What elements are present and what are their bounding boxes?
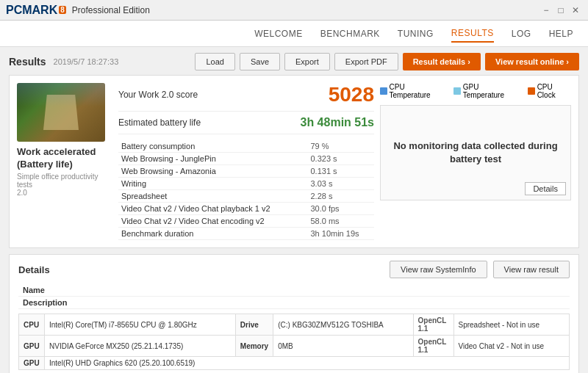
- name-label: Name: [18, 284, 72, 297]
- load-button[interactable]: Load: [195, 53, 234, 70]
- metric-label: Battery consumption: [118, 140, 307, 153]
- benchmark-version: 2.0: [17, 189, 112, 197]
- drive-value: (C:) KBG30ZMV512G TOSHIBA: [273, 314, 413, 336]
- metric-value: 3h 10min 19s: [307, 228, 374, 240]
- metric-row: Web Browsing - JunglePin0.323 s: [118, 153, 374, 165]
- results-date: 2019/5/7 18:27:33: [54, 57, 119, 66]
- minimize-button[interactable]: −: [539, 4, 553, 17]
- maximize-button[interactable]: □: [554, 4, 567, 17]
- battery-value: 3h 48min 51s: [301, 116, 375, 129]
- app-title: Professional Edition: [72, 5, 150, 15]
- view-raw-sysinfo-button[interactable]: View raw SystemInfo: [390, 261, 487, 278]
- close-button[interactable]: ✕: [569, 4, 582, 17]
- result-details-button[interactable]: Result details ›: [403, 53, 481, 70]
- metric-label: Spreadsheet: [118, 190, 307, 203]
- content-area: Work accelerated (Battery life) Simple o…: [9, 75, 579, 248]
- gpu1-label: GPU: [19, 336, 45, 357]
- save-button[interactable]: Save: [240, 53, 280, 70]
- metric-value: 3.03 s: [307, 178, 374, 190]
- opencl2-value: Video Chat v2 - Not in use: [453, 336, 570, 357]
- results-actions: Load Save Export Export PDF Result detai…: [195, 53, 579, 70]
- legend-gpu-temp: GPU Temperature: [453, 83, 519, 99]
- metric-row: Web Browsing - Amazonia0.131 s: [118, 165, 374, 178]
- work-score-label: Your Work 2.0 score: [118, 90, 329, 100]
- battery-life: Estimated battery life 3h 48min 51s: [118, 116, 374, 134]
- metric-row: Benchmark duration3h 10min 19s: [118, 228, 374, 240]
- metric-label: Writing: [118, 178, 307, 190]
- opencl1-label: OpenCL 1.1: [413, 314, 453, 336]
- metric-row: Spreadsheet2.28 s: [118, 190, 374, 203]
- cpu-temp-color: [380, 87, 387, 95]
- benchmark-thumbnail: [17, 83, 105, 142]
- legend-cpu-clock-label: CPU Clock: [537, 83, 571, 99]
- metric-row: Video Chat v2 / Video Chat playback 1 v2…: [118, 203, 374, 215]
- nav-benchmark[interactable]: BENCHMARK: [320, 26, 380, 42]
- view-raw-result-button[interactable]: View raw result: [493, 261, 570, 278]
- name-row: Name: [18, 284, 570, 297]
- nav-help[interactable]: HELP: [549, 26, 573, 42]
- export-pdf-button[interactable]: Export PDF: [334, 53, 398, 70]
- metric-row: Writing3.03 s: [118, 178, 374, 190]
- metric-value: 79 %: [307, 140, 374, 153]
- info-table: Name Description: [18, 284, 570, 309]
- work-score-value: 5028: [329, 83, 374, 106]
- export-button[interactable]: Export: [284, 53, 330, 70]
- metric-row: Video Chat v2 / Video Chat encoding v258…: [118, 215, 374, 228]
- metric-value: 0.131 s: [307, 165, 374, 178]
- monitoring-panel: CPU Temperature GPU Temperature CPU Cloc…: [380, 83, 571, 240]
- legend-gpu-temp-label: GPU Temperature: [463, 83, 519, 99]
- name-value: [72, 284, 570, 297]
- memory-label: Memory: [235, 336, 273, 357]
- opencl2-label: OpenCL 1.1: [413, 336, 453, 357]
- details-actions: View raw SystemInfo View raw result: [390, 261, 570, 278]
- hardware-table: CPU Intel(R) Core(TM) i7-8565U CPU @ 1.8…: [18, 314, 570, 370]
- logo-pcmark: PCMARK: [6, 4, 57, 17]
- titlebar-left: PCMARK 8 Professional Edition: [6, 4, 150, 17]
- benchmark-name: Work accelerated (Battery life): [17, 146, 112, 171]
- metric-value: 30.0 fps: [307, 203, 374, 215]
- gpu-temp-color: [453, 87, 461, 95]
- nav-log[interactable]: LOG: [512, 26, 531, 42]
- results-header: Results 2019/5/7 18:27:33 Load Save Expo…: [9, 53, 579, 70]
- benchmark-subtitle: Simple office productivity tests: [17, 173, 112, 189]
- nav-results[interactable]: RESULTS: [451, 25, 494, 43]
- hw-row-2: GPU NVIDIA GeForce MX250 (25.21.14.1735)…: [19, 336, 570, 357]
- metric-label: Web Browsing - JunglePin: [118, 153, 307, 165]
- metric-label: Video Chat v2 / Video Chat playback 1 v2: [118, 203, 307, 215]
- no-monitoring-data: No monitoring data collected during batt…: [388, 140, 563, 166]
- metric-row: Battery consumption79 %: [118, 140, 374, 153]
- window-controls: − □ ✕: [539, 4, 582, 17]
- description-row: Description: [18, 297, 570, 309]
- legend-cpu-clock: CPU Clock: [528, 83, 571, 99]
- metric-label: Web Browsing - Amazonia: [118, 165, 307, 178]
- monitoring-details-button[interactable]: Details: [525, 182, 566, 195]
- monitoring-legend: CPU Temperature GPU Temperature CPU Cloc…: [380, 83, 571, 99]
- main-content: Results 2019/5/7 18:27:33 Load Save Expo…: [0, 47, 588, 373]
- nav-tuning[interactable]: TUNING: [398, 26, 434, 42]
- battery-label: Estimated battery life: [118, 117, 301, 128]
- metric-value: 58.0 ms: [307, 215, 374, 228]
- description-value: [72, 297, 570, 309]
- hw-row-3: GPU Intel(R) UHD Graphics 620 (25.20.100…: [19, 357, 570, 370]
- description-label: Description: [18, 297, 72, 309]
- view-online-button[interactable]: View result online ›: [485, 53, 579, 70]
- benchmark-info: Work accelerated (Battery life) Simple o…: [17, 83, 112, 240]
- score-main: Your Work 2.0 score 5028: [118, 83, 374, 112]
- logo-num: 8: [59, 6, 66, 14]
- gpu2-label: GPU: [19, 357, 45, 370]
- legend-cpu-temp: CPU Temperature: [380, 83, 445, 99]
- cpu-clock-color: [528, 87, 534, 95]
- nav-welcome[interactable]: WELCOME: [254, 26, 303, 42]
- metric-value: 0.323 s: [307, 153, 374, 165]
- gpu1-value: NVIDIA GeForce MX250 (25.21.14.1735): [45, 336, 236, 357]
- scores-panel: Your Work 2.0 score 5028 Estimated batte…: [118, 83, 374, 240]
- details-header: Details View raw SystemInfo View raw res…: [18, 261, 570, 278]
- metric-label: Benchmark duration: [118, 228, 307, 240]
- titlebar: PCMARK 8 Professional Edition − □ ✕: [0, 0, 588, 21]
- details-title: Details: [18, 264, 390, 275]
- cpu-value: Intel(R) Core(TM) i7-8565U CPU @ 1.80GHz: [45, 314, 236, 336]
- cpu-label: CPU: [19, 314, 45, 336]
- metrics-table: Battery consumption79 %Web Browsing - Ju…: [118, 140, 374, 240]
- navbar: WELCOME BENCHMARK TUNING RESULTS LOG HEL…: [0, 21, 588, 47]
- hw-row-1: CPU Intel(R) Core(TM) i7-8565U CPU @ 1.8…: [19, 314, 570, 336]
